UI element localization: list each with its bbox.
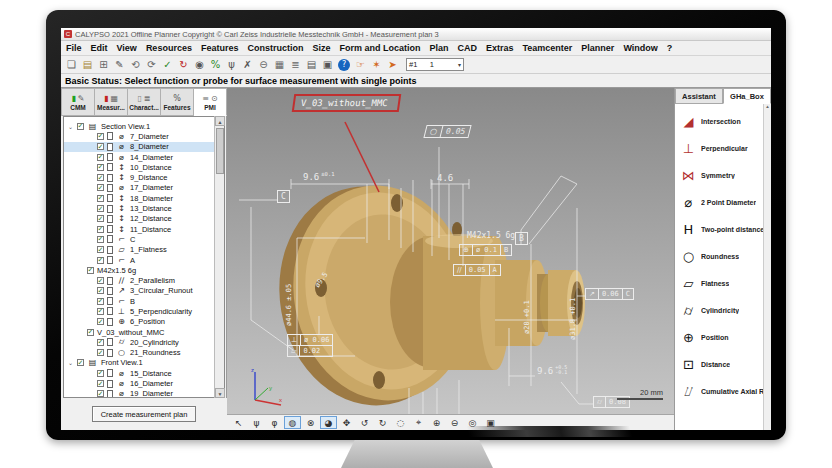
orbit-icon[interactable]: ◌ — [392, 416, 409, 429]
checkbox[interactable]: ✓ — [97, 174, 104, 181]
tree-item[interactable]: ✓⌀19_Diameter — [64, 389, 224, 398]
tree-item[interactable]: ✓⊕6_Position — [64, 317, 224, 327]
tab-gha_box[interactable]: GHa_Box — [723, 88, 771, 104]
menu-plan[interactable]: Plan — [429, 43, 448, 53]
assistant-item[interactable]: ⌰Cumulative Axial Runout — [675, 378, 771, 405]
run-icon[interactable]: ➤ — [385, 58, 400, 72]
probe-alt-icon[interactable]: φ — [266, 416, 283, 429]
assistant-scrollbar[interactable]: ▲ — [763, 104, 771, 430]
tree-item[interactable]: ✓⊥5_Perpendicularity — [64, 306, 224, 316]
assistant-item[interactable]: ⊡Distance — [675, 351, 771, 378]
scroll-up-icon[interactable]: ▲ — [215, 116, 225, 126]
tree-item[interactable]: ⌄✓▤Front View.1 — [64, 358, 224, 368]
chevron-down-icon[interactable]: ▾ — [458, 61, 461, 68]
menu-cad[interactable]: CAD — [457, 43, 477, 53]
scroll-up-icon[interactable]: ▲ — [764, 104, 771, 109]
assistant-item[interactable]: ▱Flatness — [675, 270, 771, 297]
tab-pmi[interactable]: ≡⊙PMI — [194, 88, 227, 116]
characteristic-combo[interactable]: #1 1 ▾ — [406, 58, 464, 71]
refresh-icon[interactable]: ↻ — [176, 58, 191, 72]
checkbox[interactable]: ✓ — [97, 308, 104, 315]
assistant-item[interactable]: ⌭Cylindricity — [675, 297, 771, 324]
fcf-runout[interactable]: ↗0.06C — [585, 288, 634, 300]
tools-icon[interactable]: ✶ — [369, 58, 384, 72]
datum-b[interactable]: B — [515, 232, 528, 245]
assistant-item[interactable]: ○Roundness — [675, 243, 771, 270]
help-icon[interactable]: ? — [338, 59, 350, 71]
tree-item[interactable]: ✓∕∕2_Parallelism — [64, 275, 224, 285]
tab-cmm[interactable]: ▮✎CMM — [61, 88, 95, 116]
checkbox[interactable]: ✓ — [97, 370, 104, 377]
checkbox[interactable]: ✓ — [97, 257, 104, 264]
assistant-list[interactable]: ◢Intersection⊥Perpendicular⋈Symmetry⌀2 P… — [675, 104, 771, 430]
search-icon[interactable]: ◉ — [192, 58, 207, 72]
menu-size[interactable]: Size — [312, 43, 330, 53]
tree-item[interactable]: ✓↕11_Distance — [64, 224, 224, 234]
rotate-left-icon[interactable]: ⟲ — [128, 58, 143, 72]
checkbox[interactable]: ✓ — [97, 195, 104, 202]
menu--[interactable]: ? — [667, 43, 673, 53]
scrollbar-thumb[interactable] — [216, 128, 224, 174]
tree-item[interactable]: ✓↕10_Distance — [64, 162, 224, 172]
probes-green-icon[interactable]: % — [208, 58, 223, 72]
menu-features[interactable]: Features — [201, 43, 239, 53]
checkbox[interactable]: ✓ — [97, 236, 104, 243]
assistant-item[interactable]: ⊕Position — [675, 324, 771, 351]
pan-icon[interactable]: ✥ — [338, 416, 355, 429]
menu-window[interactable]: Window — [623, 43, 657, 53]
assistant-item[interactable]: HTwo-point distance — [675, 216, 771, 243]
tree-item[interactable]: ✓⌀8_Diameter — [64, 142, 224, 152]
new-icon[interactable]: ❏ — [64, 58, 79, 72]
expander-icon[interactable]: ⌄ — [67, 359, 74, 366]
tree-item[interactable]: ✓⌀17_Diameter — [64, 183, 224, 193]
grid-icon[interactable]: ▦ — [272, 58, 287, 72]
probe-tree-icon[interactable]: ψ — [224, 58, 239, 72]
eject-icon[interactable]: ⊖ — [256, 58, 271, 72]
rotate-ccw-icon[interactable]: ↺ — [356, 416, 373, 429]
tree-item[interactable]: ✓○21_Roundness — [64, 348, 224, 358]
feature-tree[interactable]: ⌄✓▤Section View.1✓⌀7_Diameter✓⌀8_Diamete… — [63, 116, 225, 398]
checkbox[interactable]: ✓ — [97, 349, 104, 356]
tree-scrollbar[interactable]: ▲ ▼ — [214, 116, 224, 398]
datum-c[interactable]: C — [277, 190, 290, 203]
checkbox[interactable]: ✓ — [97, 133, 104, 140]
tree-item[interactable]: ✓M42x1.5 6g — [64, 265, 224, 275]
expander-icon[interactable]: ⌄ — [67, 123, 74, 130]
tree-item[interactable]: ✓⌐C — [64, 234, 224, 244]
checkbox[interactable]: ✓ — [97, 215, 104, 222]
align-icon[interactable]: ⌖ — [410, 416, 427, 429]
tab-charact[interactable]: ▯≣Charact... — [128, 88, 161, 116]
checkbox[interactable]: ✓ — [97, 277, 104, 284]
print-icon[interactable]: ▤ — [304, 58, 319, 72]
menu-resources[interactable]: Resources — [146, 43, 192, 53]
menu-edit[interactable]: Edit — [91, 43, 108, 53]
shaded-icon[interactable]: ◕ — [320, 416, 337, 429]
assistant-item[interactable]: ◢Intersection — [675, 108, 771, 135]
pmi-flag[interactable]: V_03_without_MMC — [292, 94, 401, 112]
menu-construction[interactable]: Construction — [247, 43, 303, 53]
tree-item[interactable]: ✓↕12_Distance — [64, 214, 224, 224]
checkbox[interactable]: ✓ — [97, 226, 104, 233]
open-icon[interactable]: ▤ — [80, 58, 95, 72]
tree-item[interactable]: ✓⌭20_Cylindricity — [64, 337, 224, 347]
checkbox[interactable]: ✓ — [77, 359, 84, 366]
list-icon[interactable]: ≣ — [288, 58, 303, 72]
tree-item[interactable]: ✓↕13_Distance — [64, 203, 224, 213]
pmi-roundness-callout[interactable]: ○ 0.05 — [423, 125, 471, 138]
menu-view[interactable]: View — [117, 43, 137, 53]
fcf-position[interactable]: ⊕ø 0.1B — [459, 244, 512, 256]
checkbox[interactable]: ✓ — [77, 123, 84, 130]
cad-viewport[interactable]: V_03_without_MMC ○ 0.05 9.6±0.1 4.6 C ø4… — [227, 88, 674, 430]
tree-item[interactable]: ✓⌀7_Diameter — [64, 131, 224, 141]
tree-item[interactable]: ⌄✓▤Section View.1 — [64, 121, 224, 131]
probe-remove-icon[interactable]: ✗ — [240, 58, 255, 72]
assistant-item[interactable]: ⋈Symmetry — [675, 162, 771, 189]
scroll-down-icon[interactable]: ▼ — [215, 388, 225, 398]
checkbox[interactable]: ✓ — [87, 329, 94, 336]
probe-icon[interactable]: ψ — [248, 416, 265, 429]
checkbox[interactable]: ✓ — [97, 143, 104, 150]
checkbox[interactable]: ✓ — [97, 154, 104, 161]
menu-planner[interactable]: Planner — [581, 43, 614, 53]
tree-item[interactable]: ✓⌀16_Diameter — [64, 378, 224, 388]
checkbox[interactable]: ✓ — [97, 164, 104, 171]
